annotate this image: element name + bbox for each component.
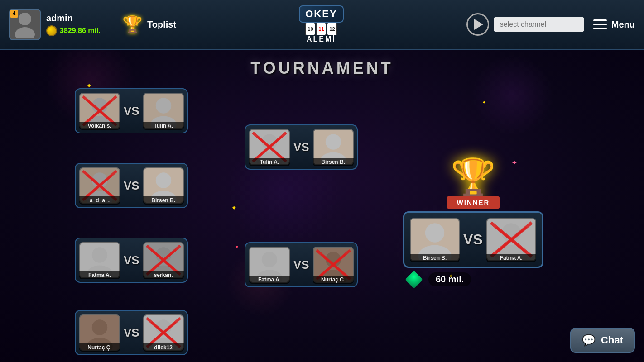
vs-label: VS (460, 231, 486, 248)
svg-point-34 (325, 252, 341, 267)
final-match-card[interactable]: Birsen B. VS Fatma A. (403, 211, 543, 268)
trophy-display: 🏆 (403, 156, 543, 199)
winner-p2-name: Fatma A. (486, 254, 536, 262)
trophy-icon: 🏆 (122, 15, 143, 34)
svg-point-40 (501, 223, 520, 242)
logo-okey-text: OKEY (305, 8, 337, 20)
main-content: TOURNAMENT volkan.s. VS (0, 50, 644, 362)
vs-label: VS (120, 326, 143, 340)
player-name: Tulin A. (249, 158, 290, 166)
match-r1-3[interactable]: Fatma A. VS serkan. (75, 238, 188, 283)
chat-button[interactable]: 💬 Chat (570, 328, 635, 353)
logo-box: OKEY (299, 5, 343, 23)
svg-point-0 (19, 13, 31, 25)
player-name: Fatma A. (249, 276, 290, 284)
hamburger-line (593, 24, 607, 25)
svg-point-16 (155, 247, 171, 262)
winner-p1-name: Birsen B. (410, 254, 460, 262)
svg-point-14 (92, 247, 107, 262)
svg-point-32 (262, 252, 277, 267)
prize-row: 60 mil. (403, 272, 543, 286)
hamburger-icon (593, 19, 607, 29)
svg-point-12 (155, 172, 171, 188)
winner-label: WINNER (447, 196, 500, 209)
player-name: Tulin A. (143, 122, 184, 130)
play-icon (474, 19, 483, 30)
player-name: serkan. (143, 271, 184, 279)
toplist-label: Toplist (147, 19, 176, 30)
vs-label: VS (290, 258, 313, 272)
logo-card-11: 11 (316, 23, 326, 35)
match-r1-2[interactable]: a_d_a_. VS Birsen B. (75, 163, 188, 208)
tournament-title: TOURNAMENT (0, 59, 644, 78)
avatar: 4 (9, 9, 41, 40)
trophy-big-icon: 🏆 (451, 157, 496, 197)
menu-button[interactable]: Menu (593, 19, 635, 30)
match-r2-2[interactable]: Fatma A. VS Nurtaç C. (245, 242, 358, 287)
user-info: admin 3829.86 mil. (46, 13, 101, 36)
toplist-button[interactable]: 🏆 Toplist (122, 15, 176, 34)
hamburger-line (593, 28, 607, 29)
user-section: 4 admin 3829.86 mil. (9, 9, 109, 40)
logo-card-10: 10 (305, 23, 315, 35)
chat-icon: 💬 (582, 334, 596, 347)
coin-icon (46, 25, 57, 36)
menu-label: Menu (611, 19, 635, 30)
winner-banner: WINNER (403, 196, 543, 209)
chat-label: Chat (601, 334, 623, 346)
player-name: Birsen B. (313, 158, 354, 166)
svg-point-38 (425, 223, 444, 242)
hamburger-line (593, 19, 607, 21)
header: 4 admin 3829.86 mil. 🏆 Toplist OKEY 10 (0, 0, 644, 50)
player-name: Nurtaç C. (313, 276, 354, 284)
player-name: a_d_a_. (79, 196, 120, 205)
match-r1-4[interactable]: Nurtaç Ç. VS dilek12 (75, 310, 188, 355)
logo-cards: 10 11 12 (305, 23, 337, 35)
vs-label: VS (120, 104, 143, 118)
logo-card-12: 12 (327, 23, 337, 35)
bracket-area: volkan.s. VS Tulin A. (0, 84, 644, 362)
match-r1-1[interactable]: volkan.s. VS Tulin A. (75, 88, 188, 133)
player-name: Nurtaç Ç. (79, 343, 120, 352)
player-name: Fatma A. (79, 271, 120, 279)
svg-point-22 (155, 319, 171, 335)
coin-amount: 3829.86 mil. (60, 27, 101, 35)
svg-point-2 (92, 98, 107, 113)
svg-point-30 (325, 134, 341, 149)
user-level-badge: 4 (10, 10, 18, 18)
svg-point-6 (155, 98, 171, 113)
match-r2-1[interactable]: Tulin A. VS Birsen B. (245, 124, 358, 170)
vs-label: VS (120, 253, 143, 267)
logo-alemi-text: ALEMİ (307, 35, 336, 43)
player-name: Birsen B. (143, 196, 184, 205)
prize-amount: 60 mil. (428, 272, 471, 286)
user-coins: 3829.86 mil. (46, 25, 101, 36)
prize-gem-icon (405, 271, 423, 289)
player-name: dilek12 (143, 343, 184, 352)
player-name: volkan.s. (79, 122, 120, 130)
play-button[interactable] (466, 13, 489, 36)
user-name: admin (46, 13, 101, 24)
svg-point-8 (92, 172, 107, 188)
logo: OKEY 10 11 12 ALEMİ (176, 5, 466, 43)
channel-section (466, 13, 584, 36)
svg-point-20 (92, 319, 107, 335)
vs-label: VS (290, 140, 313, 154)
vs-label: VS (120, 179, 143, 193)
svg-point-26 (262, 134, 277, 149)
winner-section: 🏆 WINNER Birsen B. VS (403, 156, 543, 286)
svg-point-1 (15, 27, 35, 38)
channel-input[interactable] (494, 17, 584, 32)
